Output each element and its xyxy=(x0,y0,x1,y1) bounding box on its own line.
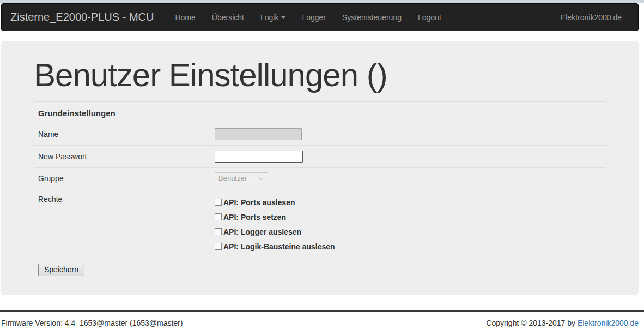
nav-item-home[interactable]: Home xyxy=(167,5,203,30)
content-panel: Benutzer Einstellungen () Grundeinstellu… xyxy=(1,41,639,295)
checkbox-row-api-ports-auslesen[interactable]: API: Ports auslesen xyxy=(215,195,606,210)
button-row: Speichern xyxy=(34,259,606,276)
section-title: Grundeinstellungen xyxy=(34,102,606,123)
gruppe-label: Gruppe xyxy=(38,172,215,183)
page-title: Benutzer Einstellungen () xyxy=(34,57,606,93)
nav-item-logik-dropdown[interactable]: Logik xyxy=(252,5,294,30)
caret-down-icon xyxy=(281,16,285,19)
api-ports-auslesen-checkbox[interactable] xyxy=(215,199,222,206)
save-button[interactable]: Speichern xyxy=(38,264,84,276)
checkbox-row-api-ports-setzen[interactable]: API: Ports setzen xyxy=(215,210,606,224)
navbar-site-text: Elektronik2000.de xyxy=(561,13,638,22)
gruppe-select-value: Benutzer xyxy=(218,174,247,182)
checkbox-label: API: Ports auslesen xyxy=(223,198,295,207)
chevron-down-icon xyxy=(258,175,263,180)
navbar: Zisterne_E2000-PLUS - MCU Home Übersicht… xyxy=(1,3,639,31)
gruppe-select: Benutzer xyxy=(215,172,268,183)
rechte-label: Rechte xyxy=(38,193,215,254)
checkbox-label: API: Ports setzen xyxy=(223,213,286,222)
navbar-brand[interactable]: Zisterne_E2000-PLUS - MCU xyxy=(2,11,163,23)
checkbox-label: API: Logger auslesen xyxy=(223,228,301,236)
nav-item-logger[interactable]: Logger xyxy=(294,5,334,30)
firmware-version-text: Firmware Version: 4.4_1653@master (1653@… xyxy=(1,319,183,327)
copyright-prefix: Copyright © 2013-2017 by xyxy=(486,319,578,327)
window-top-strip xyxy=(0,0,644,3)
nav-item-logik-label: Logik xyxy=(260,13,278,22)
page-header: Benutzer Einstellungen () xyxy=(34,41,606,102)
name-input xyxy=(215,128,302,140)
form-row-gruppe: Gruppe Benutzer xyxy=(34,168,606,188)
form-row-name: Name xyxy=(34,123,606,146)
copyright-link[interactable]: Elektronik2000.de xyxy=(578,319,639,327)
form-row-password: New Passwort xyxy=(34,146,606,168)
api-logger-auslesen-checkbox[interactable] xyxy=(215,228,222,235)
rechte-checkbox-group: API: Ports auslesen API: Ports setzen AP… xyxy=(215,193,606,254)
name-label: Name xyxy=(38,128,215,140)
checkbox-row-api-logik-bausteine-auslesen[interactable]: API: Logik-Bausteine auslesen xyxy=(215,239,606,254)
api-logik-bausteine-auslesen-checkbox[interactable] xyxy=(215,243,222,250)
password-label: New Passwort xyxy=(38,151,215,163)
footer: Firmware Version: 4.4_1653@master (1653@… xyxy=(0,312,644,327)
new-password-input[interactable] xyxy=(215,151,303,163)
checkbox-row-api-logger-auslesen[interactable]: API: Logger auslesen xyxy=(215,224,606,239)
nav-item-systemsteuerung[interactable]: Systemsteuerung xyxy=(334,5,410,30)
checkbox-label: API: Logik-Bausteine auslesen xyxy=(223,242,335,251)
nav-list: Home Übersicht Logik Logger Systemsteuer… xyxy=(167,5,449,30)
nav-item-uebersicht[interactable]: Übersicht xyxy=(204,5,252,30)
copyright-text: Copyright © 2013-2017 by Elektronik2000.… xyxy=(486,319,639,327)
form-row-rechte: Rechte API: Ports auslesen API: Ports se… xyxy=(34,188,606,259)
nav-item-logout[interactable]: Logout xyxy=(410,5,449,30)
api-ports-setzen-checkbox[interactable] xyxy=(215,213,222,220)
